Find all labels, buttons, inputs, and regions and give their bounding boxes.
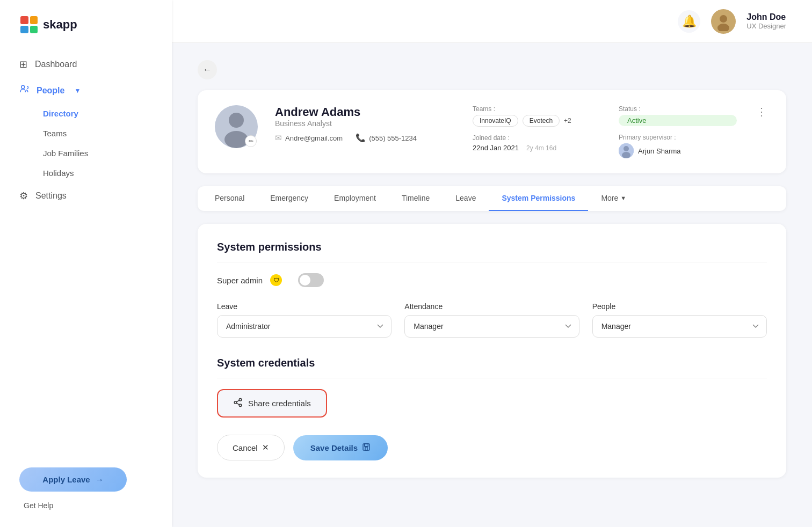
super-admin-row: Super admin 🛡 — [217, 273, 767, 287]
logo-text: skapp — [43, 18, 77, 32]
notification-bell-button[interactable]: 🔔 — [678, 10, 700, 33]
main-area: 🔔 John Doe UX Designer ← — [172, 0, 812, 527]
dashboard-icon: ⊞ — [19, 58, 27, 70]
sidebar-item-people-label: People — [37, 86, 64, 96]
toggle-slider — [298, 273, 324, 287]
people-permission-select[interactable]: Administrator Manager Employee None — [592, 315, 767, 338]
more-chevron-icon: ▼ — [620, 195, 626, 201]
tenure: 2y 4m 16d — [526, 144, 556, 152]
people-icon — [19, 84, 29, 97]
attendance-permission-label: Attendance — [404, 302, 579, 311]
header-user-info: John Doe UX Designer — [746, 12, 786, 30]
teams-tags: InnovateIQ Evotech +2 — [473, 115, 601, 127]
profile-name: Andrew Adams — [275, 105, 455, 119]
joined-dates: 22nd Jan 2021 2y 4m 16d — [473, 144, 601, 152]
svg-point-2 — [720, 15, 727, 23]
supervisor-info: Arjun Sharma — [619, 143, 737, 158]
header-user-role: UX Designer — [746, 22, 786, 30]
supervisor-label: Primary supervisor : — [619, 134, 737, 141]
svg-line-14 — [236, 400, 239, 402]
svg-point-9 — [622, 152, 630, 158]
content-area: ← ✏ Andrew Adams Business Analyst — [172, 43, 812, 527]
profile-meta: Teams : InnovateIQ Evotech +2 Joined dat… — [473, 105, 601, 152]
profile-info: Andrew Adams Business Analyst ✉ Andre@gm… — [275, 105, 455, 143]
svg-point-12 — [239, 404, 242, 407]
tab-leave[interactable]: Leave — [443, 186, 489, 211]
logo-icon — [19, 15, 39, 34]
attendance-permission-field: Attendance Administrator Manager Employe… — [404, 302, 579, 338]
supervisor-row: Primary supervisor : Arjun Sharma — [619, 134, 737, 158]
tab-personal[interactable]: Personal — [202, 186, 257, 211]
svg-point-5 — [229, 113, 244, 128]
team-tag-0: InnovateIQ — [473, 115, 518, 127]
svg-point-11 — [234, 401, 237, 404]
profile-status-area: Status : Active Primary supervisor : — [619, 105, 737, 158]
bell-icon: 🔔 — [682, 14, 697, 28]
profile-phone: 📞 (555) 555-1234 — [356, 133, 417, 143]
profile-contacts: ✉ Andre@gmail.com 📞 (555) 555-1234 — [275, 133, 455, 143]
sidebar-item-dashboard[interactable]: ⊞ Dashboard — [0, 52, 172, 77]
share-credentials-button[interactable]: Share credentials — [217, 389, 327, 418]
back-button[interactable]: ← — [198, 60, 217, 79]
svg-line-13 — [236, 403, 239, 405]
sidebar-logo: skapp — [0, 0, 172, 47]
status-label: Status : — [619, 105, 737, 113]
leave-permission-select[interactable]: Administrator Manager Employee None — [217, 315, 392, 338]
tab-system-permissions[interactable]: System Permissions — [489, 186, 588, 211]
svg-point-0 — [21, 85, 25, 89]
sidebar-bottom: Apply Leave → Get Help — [0, 452, 172, 527]
phone-icon: 📞 — [356, 133, 366, 143]
sidebar-item-settings-label: Settings — [35, 191, 67, 201]
more-menu-button[interactable]: ⋮ — [754, 105, 769, 118]
sidebar-item-directory[interactable]: Directory — [37, 104, 172, 123]
share-icon — [233, 398, 243, 409]
leave-permission-label: Leave — [217, 302, 392, 311]
system-permissions-card: System permissions Super admin 🛡 Leave A… — [198, 224, 786, 478]
apply-leave-arrow-icon: → — [96, 475, 104, 484]
tab-more[interactable]: More ▼ — [588, 186, 639, 211]
save-details-button[interactable]: Save Details — [293, 435, 388, 460]
joined-label: Joined date : — [473, 134, 601, 142]
back-arrow-icon: ← — [203, 65, 212, 75]
cancel-label: Cancel — [233, 443, 258, 452]
shield-icon: 🛡 — [270, 274, 282, 286]
sidebar-item-holidays[interactable]: Holidays — [37, 163, 172, 183]
profile-email: ✉ Andre@gmail.com — [275, 133, 343, 143]
svg-point-10 — [239, 399, 242, 401]
svg-rect-17 — [365, 447, 367, 450]
avatar-edit-button[interactable]: ✏ — [245, 135, 257, 147]
avatar — [711, 9, 736, 34]
sidebar-item-job-families[interactable]: Job Families — [37, 143, 172, 163]
team-tag-1: Evotech — [523, 115, 560, 127]
tab-timeline[interactable]: Timeline — [389, 186, 443, 211]
super-admin-label: Super admin — [217, 276, 263, 285]
permissions-grid: Leave Administrator Manager Employee Non… — [217, 302, 767, 338]
profile-phone-value: (555) 555-1234 — [369, 134, 417, 142]
supervisor-name: Arjun Sharma — [638, 147, 680, 155]
tab-emergency[interactable]: Emergency — [257, 186, 321, 211]
svg-rect-16 — [365, 444, 368, 447]
sidebar-item-teams[interactable]: Teams — [37, 123, 172, 143]
apply-leave-label: Apply Leave — [42, 475, 90, 484]
sidebar-item-settings[interactable]: ⚙ Settings — [0, 183, 172, 209]
save-label: Save Details — [310, 443, 358, 452]
cancel-icon: ✕ — [262, 443, 269, 452]
save-icon — [362, 443, 371, 453]
people-chevron-icon: ▼ — [74, 87, 81, 94]
system-permissions-title: System permissions — [217, 241, 767, 262]
cancel-button[interactable]: Cancel ✕ — [217, 435, 285, 460]
tab-more-label: More — [601, 194, 618, 202]
sidebar-item-people[interactable]: People ▼ — [0, 77, 172, 104]
super-admin-toggle[interactable] — [298, 273, 324, 287]
tabs-bar: Personal Emergency Employment Timeline L… — [198, 186, 786, 211]
apply-leave-button[interactable]: Apply Leave → — [19, 467, 127, 492]
leave-permission-field: Leave Administrator Manager Employee Non… — [217, 302, 392, 338]
header: 🔔 John Doe UX Designer — [172, 0, 812, 43]
tab-employment[interactable]: Employment — [321, 186, 389, 211]
people-permission-label: People — [592, 302, 767, 311]
credentials-title: System credentials — [217, 357, 767, 378]
attendance-permission-select[interactable]: Administrator Manager Employee None — [404, 315, 579, 338]
sidebar: skapp ⊞ Dashboard People ▼ Directory Tea… — [0, 0, 172, 527]
people-permission-field: People Administrator Manager Employee No… — [592, 302, 767, 338]
get-help-link[interactable]: Get Help — [19, 501, 53, 510]
